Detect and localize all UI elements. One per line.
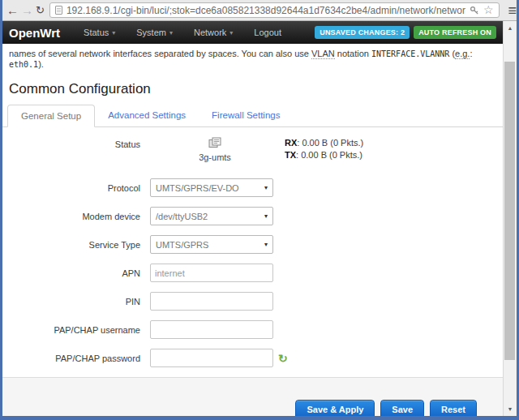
rx-stat: RX: 0.00 B (0 Pkts.) — [285, 137, 363, 149]
eg-abbr: e.g. — [455, 49, 470, 59]
nav-menu-status[interactable]: Status ▾ — [73, 21, 126, 44]
tab-general-setup[interactable]: General Setup — [7, 105, 95, 127]
page-document-icon — [55, 6, 62, 15]
nav-menu-logout-label: Logout — [254, 28, 281, 37]
tab-firewall-settings[interactable]: Firewall Settings — [199, 105, 293, 126]
tx-stat: TX: 0.00 B (0 Pkts.) — [285, 149, 363, 161]
tx-label: TX — [285, 150, 296, 160]
page-description: names of several network interfaces sepa… — [2, 44, 503, 70]
nav-menu-system-label: System — [136, 28, 166, 37]
pin-label: PIN — [2, 297, 150, 306]
browser-menu-icon[interactable]: ≡ — [504, 1, 519, 20]
modem-device-row: Modem device /dev/ttyUSB2 ▾ — [2, 207, 503, 225]
brand-logo[interactable]: OpenWrt — [9, 26, 60, 40]
page-title: Common Configuration — [9, 81, 503, 97]
navbar-badges: UNSAVED CHANGES: 2 AUTO REFRESH ON — [315, 26, 496, 39]
pap-chap-username-input[interactable] — [150, 320, 273, 339]
scroll-down-icon[interactable]: ▼ — [504, 403, 517, 415]
save-button[interactable]: Save — [380, 400, 424, 416]
service-type-select-value: UMTS/GPRS — [156, 240, 208, 250]
protocol-row: Protocol UMTS/GPRS/EV-DO ▾ — [2, 178, 503, 197]
status-row: Status 3g-umts RX: 0.00 B (0 Pkts.) TX: … — [2, 137, 503, 162]
nav-menu-network-label: Network — [194, 28, 226, 37]
service-type-label: Service Type — [2, 240, 150, 250]
save-apply-button[interactable]: Save & Apply — [295, 400, 375, 416]
nav-menu-status-label: Status — [84, 28, 109, 37]
browser-back-icon[interactable]: ← — [6, 1, 19, 20]
general-setup-form: Status 3g-umts RX: 0.00 B (0 Pkts.) TX: … — [2, 127, 503, 377]
key-icon[interactable] — [470, 6, 479, 15]
address-bar[interactable]: 192.168.9.1/cgi-bin/luci/;stok=dce6a0858… — [49, 2, 500, 18]
description-text: names of several network interfaces sepa… — [9, 49, 311, 58]
config-tabs: General Setup Advanced Settings Firewall… — [2, 105, 503, 127]
bookmark-star-icon[interactable]: ☆ — [483, 3, 494, 17]
tx-value: : 0.00 B (0 Pkts.) — [296, 150, 362, 160]
protocol-label: Protocol — [2, 183, 150, 193]
auto-refresh-badge[interactable]: AUTO REFRESH ON — [414, 26, 496, 39]
description-text: notation — [335, 49, 371, 58]
browser-forward-icon[interactable]: → — [21, 1, 33, 20]
pap-chap-password-input[interactable] — [150, 349, 273, 367]
modem-device-label: Modem device — [2, 212, 150, 221]
protocol-select[interactable]: UMTS/GPRS/EV-DO ▾ — [150, 178, 273, 197]
interface-name: 3g-umts — [186, 152, 244, 162]
vlan-abbr: VLAN — [311, 49, 335, 59]
eth0-example-code: eth0.1 — [9, 60, 38, 69]
chevron-down-icon: ▾ — [264, 241, 268, 248]
reset-button[interactable]: Reset — [430, 400, 477, 416]
chevron-down-icon: ▾ — [112, 29, 115, 36]
chevron-down-icon: ▾ — [264, 212, 268, 220]
pin-input[interactable] — [150, 292, 273, 311]
rx-label: RX — [285, 138, 297, 148]
chevron-down-icon: ▾ — [169, 29, 173, 36]
service-type-select[interactable]: UMTS/GPRS ▾ — [150, 235, 273, 254]
scroll-up-icon[interactable]: ▲ — [504, 22, 517, 34]
unsaved-changes-badge[interactable]: UNSAVED CHANGES: 2 — [315, 26, 410, 39]
apn-label: APN — [2, 268, 150, 278]
chevron-down-icon: ▾ — [229, 29, 233, 36]
interface-status: 3g-umts — [186, 137, 244, 162]
luci-page: OpenWrt Status ▾ System ▾ Network ▾ Logo… — [2, 21, 503, 416]
pap-chap-password-row: PAP/CHAP password ↻ — [2, 349, 503, 367]
modem-device-select-value: /dev/ttyUSB2 — [156, 212, 208, 221]
apn-input[interactable] — [150, 264, 273, 282]
browser-window: ← → ↻ 192.168.9.1/cgi-bin/luci/;stok=dce… — [0, 0, 519, 420]
openwrt-navbar: OpenWrt Status ▾ System ▾ Network ▾ Logo… — [2, 21, 503, 44]
description-text: ). — [38, 59, 44, 69]
pap-chap-username-row: PAP/CHAP username — [2, 320, 503, 339]
browser-reload-icon[interactable]: ↻ — [36, 1, 45, 20]
interface-vlannr-code: INTERFACE.VLANNR — [371, 49, 449, 58]
scrollbar-thumb[interactable] — [504, 62, 515, 360]
pin-row: PIN — [2, 292, 503, 311]
pap-chap-username-label: PAP/CHAP username — [2, 325, 150, 335]
description-text: : — [470, 49, 472, 58]
nav-menu-system[interactable]: System ▾ — [126, 21, 183, 44]
interface-3g-icon — [208, 137, 221, 148]
service-type-row: Service Type UMTS/GPRS ▾ — [2, 235, 503, 254]
status-label: Status — [2, 137, 150, 149]
password-reveal-icon[interactable]: ↻ — [278, 353, 288, 364]
tab-advanced-settings[interactable]: Advanced Settings — [95, 105, 199, 126]
viewport: OpenWrt Status ▾ System ▾ Network ▾ Logo… — [2, 21, 517, 416]
apn-row: APN — [2, 264, 503, 282]
vertical-scrollbar[interactable]: ▲ ▼ — [503, 21, 517, 416]
protocol-select-value: UMTS/GPRS/EV-DO — [156, 183, 239, 193]
url-text[interactable]: 192.168.9.1/cgi-bin/luci/;stok=dce6a0858… — [66, 5, 465, 16]
browser-toolbar: ← → ↻ 192.168.9.1/cgi-bin/luci/;stok=dce… — [2, 0, 517, 21]
nav-menu-network[interactable]: Network ▾ — [183, 21, 243, 44]
action-footer: Save & Apply Save Reset — [2, 377, 503, 416]
pap-chap-password-label: PAP/CHAP password — [2, 354, 150, 363]
modem-device-select[interactable]: /dev/ttyUSB2 ▾ — [150, 207, 273, 225]
nav-menu-logout[interactable]: Logout — [243, 21, 292, 44]
traffic-stats: RX: 0.00 B (0 Pkts.) TX: 0.00 B (0 Pkts.… — [285, 137, 363, 161]
rx-value: : 0.00 B (0 Pkts.) — [297, 138, 363, 148]
chevron-down-icon: ▾ — [264, 184, 268, 191]
